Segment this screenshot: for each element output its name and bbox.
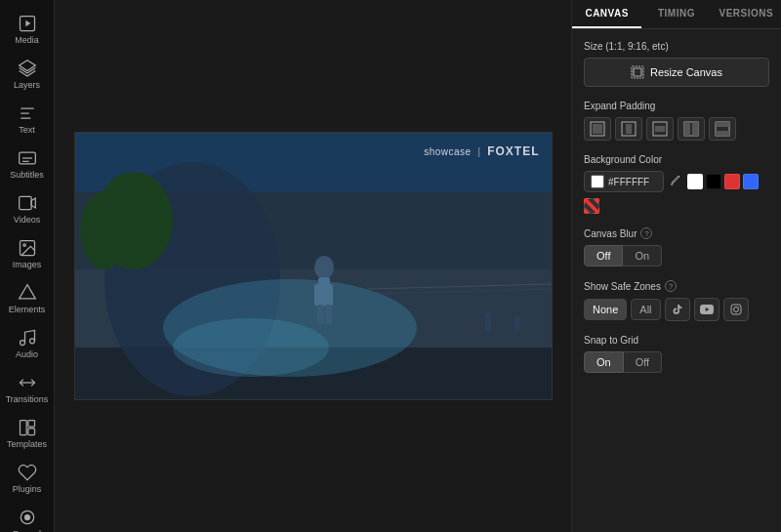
resize-canvas-button[interactable]: Resize Canvas (584, 58, 769, 87)
svg-rect-35 (485, 313, 491, 331)
svg-rect-15 (27, 429, 34, 435)
canvas-blur-section: Canvas Blur ? Off On (584, 227, 769, 266)
snap-to-grid-off-btn[interactable]: Off (624, 351, 662, 373)
sidebar-item-plugins-label: Plugins (13, 484, 42, 494)
eyedropper-icon (670, 175, 681, 186)
svg-rect-42 (626, 124, 632, 134)
size-label: Size (1:1, 9:16, etc) (584, 41, 769, 52)
subtitles-icon (18, 148, 37, 168)
elements-icon (18, 283, 37, 303)
pad-btn-2[interactable] (615, 117, 642, 141)
pad-icon-5 (715, 121, 730, 137)
color-swatches (687, 174, 759, 189)
scene-background (75, 133, 552, 399)
svg-rect-32 (325, 305, 332, 324)
platform-instagram-btn[interactable] (723, 298, 749, 321)
sidebar-item-images[interactable]: Images (0, 232, 54, 275)
pad-btn-4[interactable] (678, 117, 705, 141)
sidebar-item-text[interactable]: Text (0, 98, 54, 141)
tab-versions[interactable]: VERSIONS (712, 0, 781, 28)
sidebar-item-record[interactable]: Record (0, 502, 54, 532)
safe-zones-help-icon[interactable]: ? (665, 280, 677, 292)
color-row (584, 171, 769, 214)
expand-padding-buttons (584, 117, 769, 141)
platform-youtube-btn[interactable] (694, 298, 719, 321)
canvas-blur-help-icon[interactable]: ? (640, 227, 652, 239)
canvas-preview[interactable]: showcase | FOXTEL (74, 132, 553, 400)
videos-icon (18, 193, 37, 213)
sidebar-item-templates[interactable]: Templates (0, 412, 54, 455)
snap-to-grid-on-btn[interactable]: On (584, 351, 624, 373)
svg-rect-44 (655, 126, 665, 132)
sidebar-item-subtitles-label: Subtitles (10, 170, 44, 180)
svg-marker-1 (25, 20, 30, 27)
svg-rect-29 (314, 284, 321, 306)
resize-icon (631, 65, 644, 79)
svg-rect-49 (716, 122, 729, 127)
current-color-swatch[interactable] (591, 175, 604, 188)
swatch-white[interactable] (687, 174, 703, 189)
tiktok-icon (672, 304, 683, 315)
sidebar-item-videos[interactable]: Videos (0, 187, 54, 230)
swatch-black[interactable] (706, 174, 721, 189)
snap-to-grid-section: Snap to Grid On Off (584, 335, 769, 373)
swatch-red[interactable] (724, 174, 740, 189)
svg-rect-6 (19, 196, 31, 209)
svg-point-8 (22, 244, 24, 247)
canvas-blur-off-btn[interactable]: Off (584, 245, 623, 266)
record-icon (18, 508, 37, 527)
svg-rect-14 (27, 421, 34, 428)
color-input-group (584, 171, 664, 192)
pad-btn-1[interactable] (584, 117, 611, 141)
images-icon (18, 238, 37, 258)
text-icon (18, 103, 37, 123)
pad-btn-5[interactable] (709, 117, 736, 141)
svg-rect-13 (20, 421, 26, 435)
layers-icon (18, 59, 37, 78)
transitions-icon (18, 373, 37, 392)
color-hex-input[interactable] (608, 177, 657, 187)
svg-point-26 (80, 191, 129, 269)
sidebar: Media Layers Text Subtitles Videos Image… (0, 0, 55, 532)
scene-svg (75, 133, 553, 400)
svg-rect-40 (593, 124, 602, 134)
sidebar-item-layers[interactable]: Layers (0, 53, 54, 96)
sidebar-item-audio[interactable]: Audio (0, 322, 54, 365)
safe-zones-label-row: Show Safe Zones ? (584, 280, 769, 292)
watermark-brand: showcase (424, 146, 471, 157)
pad-icon-4 (683, 121, 699, 137)
tab-timing[interactable]: TIMING (641, 0, 711, 28)
sidebar-item-audio-label: Audio (16, 349, 38, 359)
sidebar-item-layers-label: Layers (14, 80, 40, 90)
sidebar-item-elements[interactable]: Elements (0, 277, 54, 320)
sidebar-item-media-label: Media (15, 35, 39, 45)
sidebar-item-media[interactable]: Media (0, 8, 54, 51)
safe-zones-all-btn[interactable]: All (631, 299, 660, 320)
swatch-striped[interactable] (584, 198, 599, 214)
sidebar-item-transitions-label: Transitions (6, 394, 49, 404)
safe-zones-none-btn[interactable]: None (584, 299, 627, 320)
sidebar-item-transitions[interactable]: Transitions (0, 367, 54, 410)
sidebar-item-plugins[interactable]: Plugins (0, 457, 54, 500)
svg-rect-52 (731, 305, 741, 314)
background-color-section: Background Color (584, 154, 769, 214)
svg-rect-47 (692, 122, 698, 136)
svg-point-11 (29, 339, 34, 344)
svg-point-10 (20, 341, 24, 346)
sidebar-item-videos-label: Videos (14, 215, 40, 225)
expand-padding-section: Expand Padding (584, 101, 769, 141)
sidebar-item-templates-label: Templates (7, 439, 47, 449)
platform-tiktok-btn[interactable] (665, 298, 690, 321)
pad-icon-3 (652, 121, 668, 137)
tab-canvas[interactable]: CANVAS (572, 0, 641, 28)
resize-canvas-label: Resize Canvas (650, 66, 722, 78)
canvas-blur-on-btn[interactable]: On (623, 245, 662, 266)
plugins-icon (18, 463, 37, 482)
swatch-blue[interactable] (743, 174, 759, 189)
audio-icon (18, 328, 37, 348)
right-panel: CANVAS TIMING VERSIONS Size (1:1, 9:16, … (571, 0, 781, 532)
eyedropper-button[interactable] (670, 175, 681, 189)
sidebar-item-images-label: Images (13, 260, 42, 269)
pad-btn-3[interactable] (646, 117, 674, 141)
sidebar-item-subtitles[interactable]: Subtitles (0, 143, 54, 185)
